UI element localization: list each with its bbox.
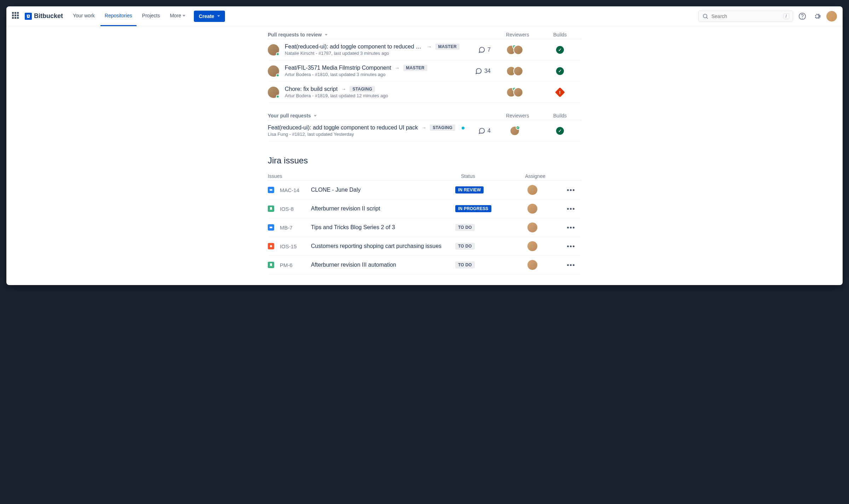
status-badge[interactable]: TO DO	[455, 243, 475, 250]
col-issues: Issues	[268, 173, 461, 179]
chevron-down-icon	[217, 15, 220, 17]
col-assignee: Assignee	[510, 173, 560, 179]
profile-avatar[interactable]	[826, 11, 837, 22]
jira-row[interactable]: MAC-14CLONE - June DalyIN REVIEW	[268, 181, 581, 199]
issue-title[interactable]: Tips and Tricks Blog Series 2 of 3	[311, 224, 452, 231]
issue-key[interactable]: PM-6	[280, 262, 308, 268]
author-avatar[interactable]	[268, 87, 279, 98]
col-builds: Builds	[539, 32, 581, 37]
comment-count[interactable]: 4	[462, 127, 491, 134]
svg-rect-4	[270, 189, 272, 191]
issue-key[interactable]: MB-7	[280, 225, 308, 231]
section-title-label: Your pull requests	[268, 113, 311, 118]
status-badge[interactable]: TO DO	[455, 224, 475, 231]
author-avatar[interactable]	[268, 65, 279, 77]
assignee[interactable]	[508, 241, 557, 251]
pr-meta: Natalie Kirscht - #1787, last updated 3 …	[285, 51, 460, 56]
section-your-prs: Your pull requests Reviewers Builds Feat…	[268, 111, 581, 141]
nav-item-more[interactable]: More	[166, 6, 190, 26]
pr-row[interactable]: Feat(reduced-ui): add toggle component t…	[268, 39, 581, 60]
assignee[interactable]	[508, 185, 557, 195]
app-switcher-icon[interactable]	[12, 12, 21, 21]
section-title-your-prs[interactable]: Your pull requests	[268, 113, 496, 118]
pr-row[interactable]: Feat(reduced-ui): add toggle component t…	[268, 120, 581, 141]
search-box[interactable]: /	[698, 11, 793, 22]
create-label: Create	[199, 13, 214, 19]
more-actions-icon[interactable]	[560, 208, 581, 210]
jira-row[interactable]: IOS-8Afterburner revision II scriptIN PR…	[268, 199, 581, 218]
assignee[interactable]	[508, 260, 557, 270]
issue-title[interactable]: Afterburner revision II script	[311, 205, 452, 212]
reviewers	[493, 66, 536, 76]
reviewer-avatar[interactable]	[513, 45, 523, 55]
assignee-avatar	[527, 241, 537, 251]
section-jira: Jira issues Issues Status Assignee MAC-1…	[268, 156, 581, 274]
comment-count[interactable]: 7	[462, 46, 491, 53]
nav-item-projects[interactable]: Projects	[138, 6, 164, 26]
pr-meta: Lisa Fung - #1812, last updated Yesterda…	[268, 132, 460, 137]
col-reviewers: Reviewers	[496, 113, 539, 118]
svg-point-3	[802, 18, 803, 18]
search-input[interactable]	[711, 13, 780, 19]
help-icon[interactable]	[797, 11, 808, 22]
reviewers	[493, 87, 536, 97]
chevron-down-icon	[183, 15, 185, 17]
presence-icon	[276, 95, 279, 98]
create-button[interactable]: Create	[194, 11, 225, 22]
reviewer-avatar[interactable]	[513, 87, 523, 97]
jira-row[interactable]: IOS-15Customers reporting shoping cart p…	[268, 237, 581, 256]
issue-title[interactable]: Customers reporting shoping cart purchas…	[311, 243, 452, 249]
product-logo[interactable]: Bitbucket	[25, 12, 63, 20]
svg-line-1	[706, 17, 708, 19]
search-shortcut: /	[783, 13, 789, 19]
bitbucket-icon	[25, 13, 32, 20]
more-actions-icon[interactable]	[560, 264, 581, 266]
col-status: Status	[461, 173, 510, 179]
settings-icon[interactable]	[812, 11, 823, 22]
issue-key[interactable]: MAC-14	[280, 187, 308, 193]
reviewer-avatar[interactable]	[510, 126, 520, 136]
reviewer-avatar[interactable]	[513, 66, 523, 76]
build-success-icon: ✓	[556, 127, 564, 135]
branch-badge: MASTER	[435, 44, 460, 50]
issue-key[interactable]: IOS-8	[280, 206, 308, 212]
search-icon	[702, 13, 709, 19]
more-actions-icon[interactable]	[560, 245, 581, 247]
nav-item-repositories[interactable]: Repositories	[100, 6, 137, 26]
jira-row[interactable]: MB-7Tips and Tricks Blog Series 2 of 3TO…	[268, 218, 581, 237]
comment-count[interactable]: 34	[462, 68, 491, 75]
presence-icon	[276, 74, 279, 77]
section-title-pr-review[interactable]: Pull requests to review	[268, 32, 496, 37]
pr-title[interactable]: Feat(reduced-ui): add toggle component t…	[285, 44, 423, 50]
pr-title[interactable]: Chore: fix build script	[285, 86, 337, 92]
arrow-icon: →	[427, 44, 432, 50]
reviewers	[493, 126, 536, 136]
issue-key[interactable]: IOS-15	[280, 243, 308, 249]
global-header: Bitbucket Your workRepositoriesProjectsM…	[6, 6, 843, 26]
status-badge[interactable]: IN PROGRESS	[455, 205, 491, 212]
status-badge[interactable]: IN REVIEW	[455, 186, 484, 193]
assignee-avatar	[527, 260, 537, 270]
issue-title[interactable]: Afterburner revision III automation	[311, 262, 452, 268]
nav-item-your-work[interactable]: Your work	[69, 6, 99, 26]
assignee[interactable]	[508, 204, 557, 214]
more-actions-icon[interactable]	[560, 227, 581, 228]
jira-row[interactable]: PM-6Afterburner revision III automationT…	[268, 256, 581, 274]
status-badge[interactable]: TO DO	[455, 261, 475, 268]
pr-title[interactable]: Feat(reduced-ui): add toggle component t…	[268, 124, 418, 131]
build-status: ✓	[539, 67, 581, 75]
issue-type-icon	[268, 243, 274, 249]
build-failed-icon	[555, 87, 565, 97]
assignee[interactable]	[508, 222, 557, 232]
build-status: ✓	[539, 127, 581, 135]
svg-point-6	[270, 245, 272, 247]
pr-title[interactable]: Feat/FIL-3571 Media Filmstrip Component	[285, 65, 391, 71]
issue-title[interactable]: CLONE - June Daly	[311, 187, 452, 193]
author-avatar[interactable]	[268, 44, 279, 56]
approved-icon	[516, 126, 520, 130]
assignee-avatar	[527, 222, 537, 232]
pr-row[interactable]: Feat/FIL-3571 Media Filmstrip Component→…	[268, 60, 581, 82]
main-content: Pull requests to review Reviewers Builds…	[6, 26, 843, 285]
pr-row[interactable]: Chore: fix build script→STAGINGArtur Bod…	[268, 82, 581, 103]
more-actions-icon[interactable]	[560, 189, 581, 191]
